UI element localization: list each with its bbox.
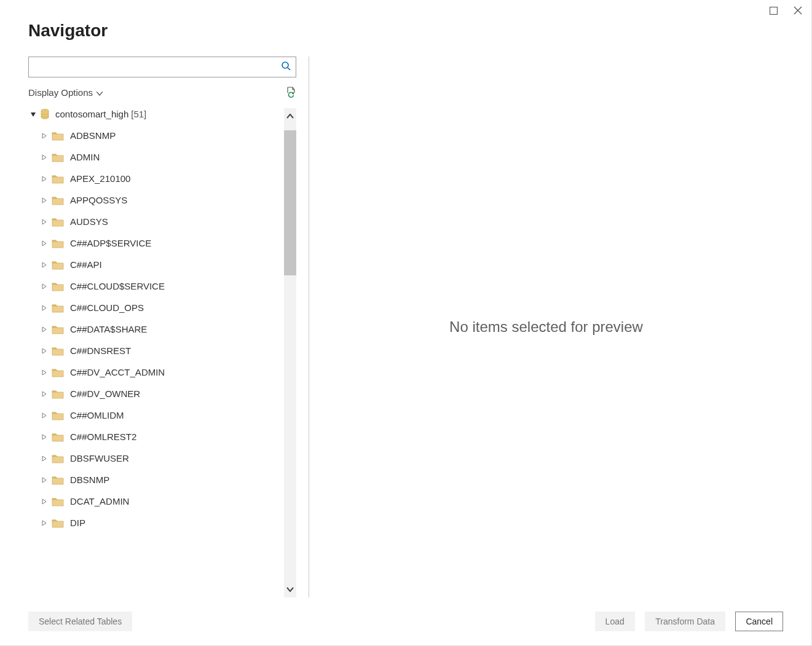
caret-right-icon[interactable]: [41, 283, 48, 290]
scrollbar-thumb[interactable]: [284, 130, 296, 275]
tree-item[interactable]: C##DV_ACCT_ADMIN: [28, 361, 282, 383]
tree-item-label: AUDSYS: [70, 216, 108, 227]
tree-item-label: DIP: [70, 518, 85, 528]
tree-item[interactable]: DIP: [28, 512, 282, 534]
display-options-label: Display Options: [28, 87, 93, 98]
caret-right-icon[interactable]: [41, 455, 48, 462]
tree-item-label: C##OMLREST2: [70, 431, 136, 442]
folder-icon: [52, 368, 64, 377]
tree-item-label: C##CLOUD_OPS: [70, 302, 144, 313]
folder-icon: [52, 152, 64, 162]
preview-empty-message: No items selected for preview: [449, 318, 643, 336]
tree-item[interactable]: DCAT_ADMIN: [28, 490, 282, 512]
tree-item[interactable]: C##OMLREST2: [28, 426, 282, 447]
caret-right-icon[interactable]: [41, 347, 48, 355]
caret-right-icon[interactable]: [41, 390, 48, 398]
svg-rect-0: [770, 7, 777, 14]
caret-right-icon[interactable]: [41, 304, 48, 312]
folder-icon: [52, 303, 64, 313]
folder-icon: [52, 475, 64, 485]
tree-item[interactable]: C##CLOUD$SERVICE: [28, 275, 282, 297]
tree-item-label: C##ADP$SERVICE: [70, 238, 151, 248]
search-icon[interactable]: [276, 61, 296, 73]
caret-right-icon[interactable]: [41, 218, 48, 226]
tree-item[interactable]: C##API: [28, 254, 282, 275]
tree-root-node[interactable]: contosomart_high [51]: [28, 103, 282, 125]
load-button[interactable]: Load: [595, 612, 635, 631]
select-related-tables-button[interactable]: Select Related Tables: [28, 612, 132, 631]
tree-item-label: C##API: [70, 259, 102, 270]
folder-icon: [52, 174, 64, 184]
caret-right-icon[interactable]: [41, 240, 48, 247]
tree-item-label: APEX_210100: [70, 173, 130, 184]
tree-item[interactable]: AUDSYS: [28, 211, 282, 232]
folder-icon: [52, 411, 64, 420]
folder-icon: [52, 131, 64, 141]
folder-icon: [52, 518, 64, 528]
caret-right-icon[interactable]: [41, 476, 48, 484]
tree-item[interactable]: C##DV_OWNER: [28, 383, 282, 404]
tree-item[interactable]: C##CLOUD_OPS: [28, 297, 282, 318]
caret-right-icon[interactable]: [41, 412, 48, 419]
folder-icon: [52, 260, 64, 270]
preview-panel: No items selected for preview: [309, 57, 783, 597]
tree-item-label: DBSNMP: [70, 475, 109, 485]
display-options-dropdown[interactable]: Display Options: [28, 87, 103, 98]
caret-right-icon[interactable]: [41, 519, 48, 527]
navigator-dialog: Navigator Display Options: [0, 0, 812, 646]
tree-item[interactable]: C##DNSREST: [28, 340, 282, 361]
tree-item[interactable]: C##ADP$SERVICE: [28, 232, 282, 254]
refresh-icon[interactable]: [285, 86, 296, 98]
chevron-down-icon: [97, 87, 103, 98]
folder-icon: [52, 195, 64, 205]
tree-item-label: C##DATA$SHARE: [70, 324, 147, 334]
search-input[interactable]: [29, 62, 276, 72]
tree-item-label: C##DNSREST: [70, 345, 131, 356]
tree-item[interactable]: DBSFWUSER: [28, 447, 282, 469]
caret-right-icon[interactable]: [41, 197, 48, 204]
scroll-down-icon[interactable]: [284, 581, 296, 597]
scroll-up-icon[interactable]: [284, 108, 296, 124]
tree-item-label: APPQOSSYS: [70, 195, 127, 205]
tree-view[interactable]: contosomart_high [51] ADBSNMPADMINAPEX_2…: [28, 103, 282, 597]
tree-item-label: ADBSNMP: [70, 130, 116, 141]
left-panel: Display Options: [28, 57, 296, 597]
tree-item[interactable]: ADMIN: [28, 146, 282, 168]
caret-down-icon[interactable]: [30, 111, 37, 118]
caret-right-icon[interactable]: [41, 369, 48, 376]
dialog-footer: Select Related Tables Load Transform Dat…: [28, 597, 783, 645]
cancel-button[interactable]: Cancel: [735, 612, 783, 631]
tree-item[interactable]: APEX_210100: [28, 168, 282, 189]
caret-right-icon[interactable]: [41, 498, 48, 505]
dialog-title: Navigator: [28, 21, 783, 41]
tree-item[interactable]: C##OMLIDM: [28, 404, 282, 426]
tree-item-label: C##OMLIDM: [70, 410, 124, 420]
folder-icon: [52, 238, 64, 248]
caret-right-icon[interactable]: [41, 326, 48, 333]
tree-root-count: [51]: [131, 109, 146, 119]
scrollbar[interactable]: [284, 108, 296, 597]
caret-right-icon[interactable]: [41, 261, 48, 269]
folder-icon: [52, 432, 64, 442]
tree-item-label: C##DV_ACCT_ADMIN: [70, 367, 165, 377]
search-box[interactable]: [28, 57, 296, 77]
caret-right-icon[interactable]: [41, 154, 48, 161]
tree-item-label: DCAT_ADMIN: [70, 496, 129, 506]
tree-root-label: contosomart_high: [55, 109, 128, 119]
caret-right-icon[interactable]: [41, 132, 48, 140]
maximize-icon[interactable]: [768, 6, 778, 15]
folder-icon: [52, 217, 64, 227]
tree-item[interactable]: DBSNMP: [28, 469, 282, 490]
folder-icon: [52, 454, 64, 463]
tree-item[interactable]: ADBSNMP: [28, 125, 282, 146]
database-icon: [41, 109, 49, 120]
tree-item-label: ADMIN: [70, 152, 100, 162]
tree-item-label: C##CLOUD$SERVICE: [70, 281, 165, 291]
tree-item-label: DBSFWUSER: [70, 453, 129, 463]
caret-right-icon[interactable]: [41, 175, 48, 183]
transform-data-button[interactable]: Transform Data: [645, 612, 725, 631]
tree-item[interactable]: C##DATA$SHARE: [28, 318, 282, 340]
tree-item[interactable]: APPQOSSYS: [28, 189, 282, 211]
caret-right-icon[interactable]: [41, 433, 48, 441]
close-icon[interactable]: [793, 6, 803, 15]
